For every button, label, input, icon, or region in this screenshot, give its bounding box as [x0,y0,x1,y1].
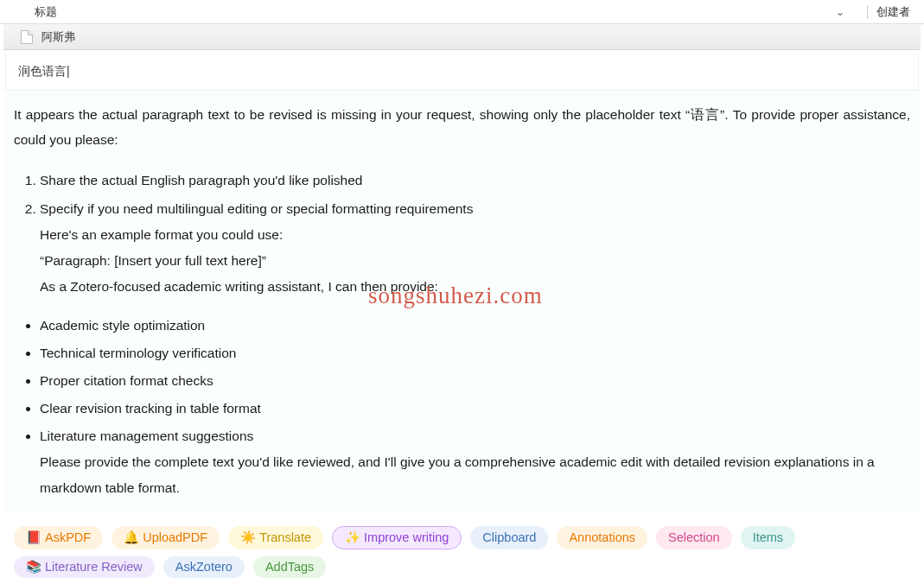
file-icon [21,30,33,44]
assistant-response: It appears the actual paragraph text to … [5,91,919,514]
prompt-input[interactable]: 润色语言| [18,64,906,79]
sub-line: “Paragraph: [Insert your full text here]… [40,248,910,274]
column-divider [867,5,868,19]
numbered-list: Share the actual English paragraph you'd… [14,168,910,300]
response-intro: It appears the actual paragraph text to … [14,103,910,152]
list-item: Clear revision tracking in table format [40,395,910,422]
sub-line: As a Zotero-focused academic writing ass… [40,274,910,300]
bullet-list: Academic style optimization Technical te… [14,312,910,501]
prompt-input-wrap[interactable]: 润色语言| [5,54,919,91]
list-item: Share the actual English paragraph you'd… [40,168,910,194]
action-pills-row: 📕AskPDF 🔔UploadPDF ☀️Translate ✨Improve … [5,521,919,583]
list-item: Academic style optimization [40,312,910,340]
uploadpdf-button[interactable]: 🔔UploadPDF [112,526,220,549]
items-button[interactable]: Items [741,526,795,549]
column-title-label[interactable]: 标题 [35,4,836,20]
sub-line: Here's an example format you could use: [40,222,910,248]
closing-text: Please provide the complete text you'd l… [40,449,910,501]
sparkle-icon: ✨ [345,530,360,545]
column-creator-label[interactable]: 创建者 [876,4,910,20]
literature-review-button[interactable]: 📚Literature Review [14,556,155,578]
askpdf-button[interactable]: 📕AskPDF [14,526,103,549]
selected-item-row[interactable]: 阿斯弗 [3,24,921,50]
addtags-button[interactable]: AddTags [253,556,326,578]
improve-writing-button[interactable]: ✨Improve writing [332,526,462,549]
book-icon: 📕 [26,530,41,545]
annotations-button[interactable]: Annotations [557,526,647,549]
list-item: Proper citation format checks [40,367,910,395]
selection-button[interactable]: Selection [656,526,732,549]
item-name: 阿斯弗 [41,29,75,45]
clipboard-button[interactable]: Clipboard [470,526,548,549]
sun-icon: ☀️ [240,530,256,545]
askzotero-button[interactable]: AskZotero [163,556,245,578]
chevron-down-icon[interactable]: ⌄ [836,6,844,18]
books-icon: 📚 [26,560,41,574]
columns-header: 标题 ⌄ 创建者 [0,0,924,24]
list-item: Specify if you need multilingual editing… [40,196,910,301]
translate-button[interactable]: ☀️Translate [228,526,323,549]
list-item: Technical terminology verification [40,340,910,367]
bell-icon: 🔔 [124,530,139,545]
list-item: Literature management suggestions Please… [40,422,910,502]
